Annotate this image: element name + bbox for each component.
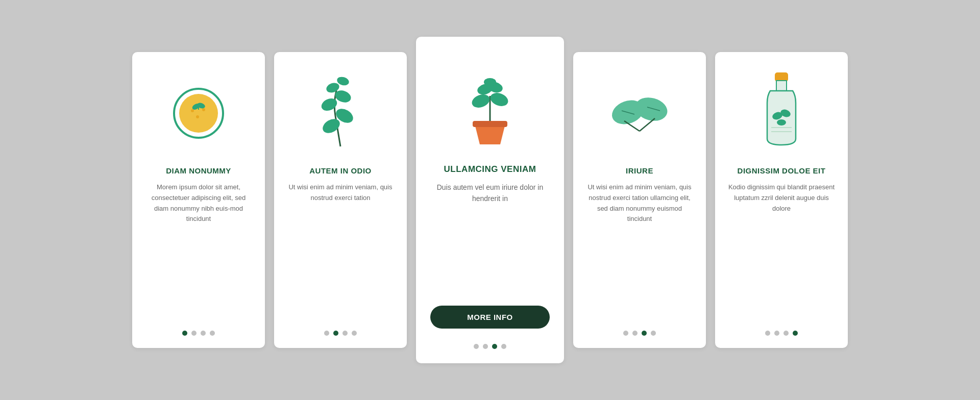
dot: [324, 331, 329, 336]
dot: [352, 331, 357, 336]
dot: [333, 331, 338, 336]
dot: [642, 331, 647, 336]
card2-title: AUTEM IN ODIO: [309, 166, 372, 175]
dot: [492, 344, 497, 349]
card4-dots: [623, 326, 656, 336]
svg-point-20: [484, 78, 496, 86]
card1-dots: [182, 326, 215, 336]
dot: [623, 331, 628, 336]
dot: [201, 331, 206, 336]
card2-text: Ut wisi enim ad minim veniam, quis nostr…: [286, 182, 395, 315]
dot: [793, 331, 798, 336]
card-dignissim-doloe-eit: DIGNISSIM DOLOE EIT Kodio dignissim qui …: [715, 52, 848, 348]
card3-text: Duis autem vel eum iriure dolor in hendr…: [430, 182, 550, 295]
svg-point-2: [191, 109, 194, 112]
card-ullamcing-veniam: ULLAMCING VENIAM Duis autem vel eum iriu…: [416, 37, 564, 363]
card2-dots: [324, 326, 357, 336]
dot: [474, 344, 479, 349]
card4-text: Ut wisi enim ad minim veniam, quis nostr…: [585, 182, 694, 315]
dot: [765, 331, 770, 336]
card-iriure: IRIURE Ut wisi enim ad minim veniam, qui…: [573, 52, 706, 348]
card4-title: IRIURE: [626, 166, 653, 175]
dot: [210, 331, 215, 336]
soup-bowl-icon: [165, 67, 232, 154]
svg-point-16: [470, 92, 492, 110]
herb-branch-icon: [307, 67, 374, 154]
more-info-button[interactable]: MORE INFO: [430, 306, 550, 329]
dot: [483, 344, 488, 349]
svg-point-4: [202, 108, 205, 111]
dot: [182, 331, 187, 336]
dot: [774, 331, 779, 336]
svg-point-17: [488, 91, 510, 109]
card-diam-nonummy: DIAM NONUMMY Morem ipsum dolor sit amet,…: [132, 52, 265, 348]
bottle-icon: [748, 67, 815, 154]
svg-point-1: [179, 94, 218, 133]
dot: [783, 331, 789, 336]
card5-dots: [765, 326, 798, 336]
card5-title: DIGNISSIM DOLOE EIT: [738, 166, 826, 175]
potted-plant-icon: [452, 55, 528, 152]
dot: [501, 344, 506, 349]
dot: [191, 331, 197, 336]
card-autem-in-odio: AUTEM IN ODIO Ut wisi enim ad minim veni…: [274, 52, 407, 348]
card3-title: ULLAMCING VENIAM: [444, 164, 536, 174]
svg-line-24: [640, 118, 655, 131]
card1-title: DIAM NONUMMY: [166, 166, 231, 175]
card1-text: Morem ipsum dolor sit amet, consectetuer…: [144, 182, 253, 315]
svg-point-31: [777, 119, 786, 126]
dot: [342, 331, 348, 336]
svg-point-3: [196, 115, 199, 118]
svg-point-22: [632, 94, 670, 124]
svg-rect-14: [473, 121, 507, 127]
svg-point-10: [320, 96, 339, 113]
leaves-icon: [606, 67, 673, 154]
dot: [632, 331, 638, 336]
card5-text: Kodio dignissim qui blandit praesent lup…: [727, 182, 836, 315]
dot: [651, 331, 656, 336]
svg-rect-28: [776, 81, 787, 91]
card3-dots: [474, 339, 506, 349]
cards-container: DIAM NONUMMY Morem ipsum dolor sit amet,…: [0, 16, 980, 384]
